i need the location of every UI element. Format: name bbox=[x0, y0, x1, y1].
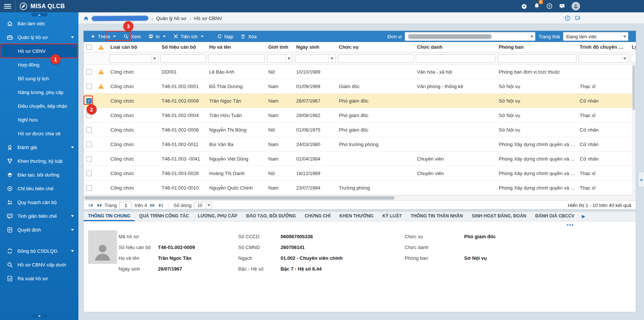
column-header-ngay_sinh[interactable]: Ngày sinh bbox=[294, 42, 337, 52]
column-header-chuc_danh[interactable]: Chức danh bbox=[415, 42, 496, 52]
tabs-next-button[interactable] bbox=[582, 214, 585, 219]
sidebar-item-nghi-huu[interactable]: Nghỉ hưu bbox=[0, 113, 78, 127]
menu-toggle-button[interactable] bbox=[0, 0, 16, 12]
tab-sinh-hoat-dang-doan[interactable]: SINH HOẠT ĐẢNG, ĐOÀN bbox=[467, 211, 531, 221]
sidebar-item-khen-thuong-ky-luat[interactable]: Khen thưởng, kỷ luật bbox=[0, 154, 78, 168]
table-row-6[interactable]: Công chứcT46-01.002-0011Bùi Văn BaNam24/… bbox=[84, 137, 636, 152]
vertical-scrollbar[interactable] bbox=[632, 65, 636, 195]
filter-select-loai_can_bo[interactable] bbox=[109, 54, 158, 63]
select-all-checkbox[interactable] bbox=[86, 44, 92, 50]
filter-input-so_hieu_can_bo[interactable] bbox=[161, 54, 206, 63]
table-row-5[interactable]: Công chứcT46-01.002-0008Nguyễn Thị BôngN… bbox=[84, 123, 636, 137]
sidebar-scroll-up-button[interactable] bbox=[32, 13, 47, 16]
filter-input-chuc_vu[interactable] bbox=[338, 54, 414, 63]
tab-thong-tin-than-nhan[interactable]: THÔNG TIN THÂN NHÂN bbox=[406, 211, 467, 221]
table-row-8[interactable]: Công chứcT46-01.003-0028Hoàng Thị OanhNữ… bbox=[84, 166, 636, 181]
row-checkbox[interactable] bbox=[86, 98, 92, 104]
sidebar-item-nang-luong-phu-cap[interactable]: Nâng lương, phụ cấp bbox=[0, 85, 78, 99]
horizontal-scroll-thumb[interactable] bbox=[84, 196, 395, 200]
filter-select-trinh_do_chuyen_mon[interactable] bbox=[579, 54, 628, 63]
column-header-loai_can_bo[interactable]: Loại cán bộ bbox=[108, 42, 159, 52]
sidebar-item-dao-tao-boi-duong[interactable]: Đào tạo, bồi dưỡng bbox=[0, 168, 78, 182]
column-header-chuc_vu[interactable]: Chức vụ bbox=[337, 42, 415, 52]
column-header-gioi_tinh[interactable]: Giới tính bbox=[266, 42, 294, 52]
add-button[interactable]: Thêm bbox=[87, 31, 120, 42]
filter-select-ngay_sinh[interactable] bbox=[295, 54, 336, 63]
tab-dao-tao-boi-duong[interactable]: ĐÀO TẠO, BỒI DƯỠNG bbox=[242, 211, 301, 221]
sidebar-scroll-down-button[interactable] bbox=[32, 314, 47, 318]
collapse-panel-button[interactable] bbox=[638, 172, 644, 187]
sidebar-item-ho-so-duoc-chia-se[interactable]: Hồ sơ được chia sẻ bbox=[0, 127, 78, 140]
status-select[interactable]: Đang làm việc bbox=[563, 32, 628, 41]
breadcrumb-item-ho-so-cbnv[interactable]: Hồ sơ CBNV bbox=[194, 16, 222, 21]
row-checkbox[interactable] bbox=[86, 142, 92, 147]
breadcrumb-item-unit-redacted[interactable] bbox=[92, 16, 148, 21]
sidebar-item-ho-so-cbnv-cap-duoi[interactable]: Hồ sơ CBNV cấp dưới bbox=[0, 258, 78, 272]
row-checkbox[interactable] bbox=[86, 127, 92, 133]
table-row-3[interactable]: Công chứcT46-01.002-0009Trần Ngọc TânNam… bbox=[84, 94, 636, 108]
sidebar-item-danh-gia[interactable]: Đánh giá bbox=[0, 140, 78, 154]
column-header-trinh_do_chuyen_mon[interactable]: Trình độ chuyên môn bbox=[577, 42, 630, 52]
home-icon[interactable] bbox=[83, 16, 89, 21]
notifications-button[interactable]: 1 bbox=[534, 3, 540, 10]
sidebar-item-quyet-dinh[interactable]: Quyết định bbox=[0, 223, 78, 237]
tab-ky-luat[interactable]: KỶ LUẬT bbox=[378, 211, 406, 221]
tab-danh-gia-cbccvc[interactable]: ĐÁNH GIÁ CBCCV bbox=[531, 211, 579, 221]
sidebar-item-ho-so-cbnv[interactable]: Hồ sơ CBNV bbox=[0, 44, 78, 58]
table-row-7[interactable]: Công chứcT46-01.003 -0041Nguyễn Việt Dũn… bbox=[84, 152, 636, 166]
tab-chung-chi[interactable]: CHỨNG CHỈ bbox=[300, 211, 335, 221]
gear-icon[interactable] bbox=[521, 3, 527, 9]
sidebar-item-bo-sung-ly-lich[interactable]: Bổ sung lý lịch bbox=[0, 72, 78, 85]
page-number-input[interactable] bbox=[119, 202, 132, 209]
row-checkbox[interactable] bbox=[86, 156, 92, 162]
vertical-scroll-thumb[interactable] bbox=[632, 65, 635, 110]
user-avatar[interactable] bbox=[572, 2, 580, 10]
utilities-button[interactable]: Tiện ích bbox=[169, 31, 207, 42]
filter-select-ly_luan[interactable] bbox=[631, 54, 636, 63]
sidebar-item-dieu-chuyen-tiep-nhan[interactable]: Điều chuyển, tiếp nhận bbox=[0, 99, 78, 113]
row-checkbox[interactable] bbox=[86, 171, 92, 176]
rows-per-page-select[interactable]: 10 bbox=[194, 202, 212, 209]
tab-thong-tin-chung[interactable]: THÔNG TIN CHUNG bbox=[84, 211, 135, 221]
unit-select[interactable] bbox=[405, 32, 535, 41]
help-circle-icon[interactable]: ? bbox=[564, 15, 570, 21]
column-header-phong_ban[interactable]: Phòng ban bbox=[496, 42, 577, 52]
last-page-button[interactable] bbox=[158, 203, 164, 208]
breadcrumb-item-quan-ly-ho-so[interactable]: Quản lý hồ sơ bbox=[156, 16, 187, 21]
feedback-chat-icon[interactable] bbox=[575, 15, 581, 21]
tab-khen-thuong[interactable]: KHEN THƯỞNG bbox=[335, 211, 378, 221]
previous-page-button[interactable] bbox=[96, 203, 102, 208]
row-checkbox[interactable] bbox=[86, 185, 92, 191]
sidebar-item-chi-tieu-bien-che[interactable]: Chỉ tiêu biên chế bbox=[0, 182, 78, 195]
delete-button[interactable]: Xóa bbox=[237, 31, 260, 42]
filter-input-ho_va_ten[interactable] bbox=[208, 54, 265, 63]
table-row-9[interactable]: Công chứcT46-01.002-0010Nguyễn Quốc Chin… bbox=[84, 181, 636, 195]
sidebar-item-ban-lam-viec[interactable]: Bàn làm việc bbox=[0, 17, 78, 30]
column-header-so_hieu_can_bo[interactable]: Số hiệu cán bộ bbox=[159, 42, 207, 52]
row-checkbox[interactable] bbox=[86, 69, 92, 75]
reload-button[interactable]: Nạp bbox=[213, 31, 237, 42]
table-row-1[interactable]: Công chứcDD001Lê Bảo AnhNữ10/10/1989Văn … bbox=[84, 65, 636, 79]
table-row-2[interactable]: Công chứcT46-01.002-0001Đỗ Thái DươngNam… bbox=[84, 79, 636, 94]
first-page-button[interactable] bbox=[88, 203, 94, 208]
column-header-ho_va_ten[interactable]: Họ và tên bbox=[207, 42, 266, 52]
table-row-4[interactable]: Công chứcT46-01.002-0004Trần Hữu TuấnNam… bbox=[84, 108, 636, 123]
sidebar-item-quy-hoach-can-bo[interactable]: Quy hoạch cán bộ bbox=[0, 195, 78, 209]
row-checkbox[interactable] bbox=[86, 84, 92, 89]
filter-select-gioi_tinh[interactable] bbox=[267, 54, 293, 63]
view-button[interactable]: Xem bbox=[120, 31, 145, 42]
sidebar-item-ra-soat-ho-so[interactable]: Rà soát hồ sơ bbox=[0, 272, 78, 285]
next-page-button[interactable] bbox=[150, 203, 155, 208]
sidebar-item-dong-bo-csdlqg[interactable]: Đồng bộ CSDLQG bbox=[0, 244, 78, 258]
tab-qua-trinh-cong-tac[interactable]: QUÁ TRÌNH CÔNG TÁC bbox=[135, 211, 193, 221]
horizontal-scrollbar[interactable] bbox=[84, 195, 636, 200]
chat-icon[interactable] bbox=[559, 3, 565, 9]
tab-luong-phu-cap[interactable]: LƯƠNG, PHỤ CẤP bbox=[193, 211, 242, 221]
sidebar-item-tinh-gian-bien-che[interactable]: Tinh giản biên chế bbox=[0, 209, 78, 223]
filter-input-chuc_danh[interactable] bbox=[416, 54, 495, 63]
help-icon[interactable]: ? bbox=[546, 3, 553, 9]
print-button[interactable]: In bbox=[145, 31, 169, 42]
sidebar-item-hop-dong[interactable]: Hợp đồng bbox=[0, 58, 78, 72]
column-header-ly_luan[interactable]: Lý bbox=[630, 42, 636, 52]
sidebar-item-quan-ly-ho-so[interactable]: Quản lý hồ sơ bbox=[0, 30, 78, 44]
